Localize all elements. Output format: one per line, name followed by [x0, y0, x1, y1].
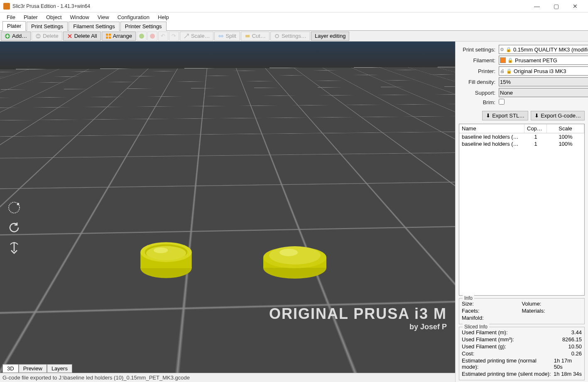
- app-icon: [3, 3, 10, 10]
- svg-point-15: [154, 247, 168, 253]
- rotate-cw-icon: ↷: [172, 33, 176, 39]
- rotate-ccw-icon: ↶: [161, 33, 165, 39]
- svg-rect-5: [109, 37, 111, 39]
- svg-rect-3: [109, 34, 111, 36]
- cut-button[interactable]: Cut…: [241, 32, 270, 41]
- statusbar: G-code file exported to J:\baseline led …: [0, 373, 455, 382]
- gear-icon: ⚙: [500, 47, 504, 52]
- status-text: G-code file exported to J:\baseline led …: [2, 375, 190, 381]
- svg-point-20: [279, 249, 298, 256]
- view-tabs: 3D Preview Layers: [2, 364, 72, 373]
- side-panel: Print settings: ⚙🔒0.15mm QUALITY MK3 (mo…: [455, 42, 588, 382]
- rotate-cw-button[interactable]: ↷: [169, 32, 179, 41]
- list-item[interactable]: baseline led holders (… 1 100%: [459, 140, 584, 147]
- view-tab-3d[interactable]: 3D: [2, 364, 19, 373]
- tab-printer-settings[interactable]: Printer Settings: [120, 22, 167, 31]
- svg-rect-2: [106, 34, 108, 36]
- scale-button[interactable]: Scale…: [180, 32, 214, 41]
- printer-icon: 🖨: [500, 69, 505, 73]
- inc-button[interactable]: [137, 32, 147, 41]
- delete-all-icon: [67, 33, 73, 39]
- arrange-button[interactable]: Arrange: [102, 32, 136, 41]
- fill-density-combo[interactable]: 15%▾: [499, 77, 588, 86]
- main-tabs: Plater Print Settings Filament Settings …: [0, 22, 588, 31]
- support-combo[interactable]: None▾: [499, 88, 588, 97]
- tab-print-settings[interactable]: Print Settings: [27, 22, 68, 31]
- sliced-info-group: Sliced Info Used Filament (m):3.44 Used …: [459, 327, 585, 380]
- arrange-icon: [105, 33, 111, 39]
- label-fill-density: Fill density:: [459, 79, 496, 85]
- col-name[interactable]: Name: [459, 124, 524, 133]
- export-gcode-button[interactable]: ⬇Export G-code…: [531, 111, 585, 120]
- menu-view[interactable]: View: [93, 13, 113, 21]
- dec-button[interactable]: [147, 32, 157, 41]
- split-icon: [218, 33, 224, 39]
- cut-icon: [245, 33, 250, 39]
- window-title: Slic3r Prusa Edition - 1.41.3+win64: [12, 3, 527, 9]
- split-button[interactable]: Split: [214, 32, 240, 41]
- view-controls: [6, 199, 22, 256]
- printer-combo[interactable]: 🖨🔒Original Prusa i3 MK3▾: [499, 66, 588, 76]
- svg-point-7: [221, 35, 223, 37]
- tilt-icon[interactable]: [6, 239, 22, 256]
- menu-window[interactable]: Window: [66, 13, 93, 21]
- label-filament: Filament:: [459, 57, 496, 64]
- export-icon: ⬇: [486, 113, 490, 119]
- menu-plater[interactable]: Plater: [20, 13, 42, 21]
- label-print-settings: Print settings:: [459, 47, 496, 53]
- add-icon: [5, 33, 10, 39]
- lock-icon: 🔒: [506, 69, 512, 74]
- label-printer: Printer:: [459, 68, 496, 74]
- rotate-ccw-button[interactable]: ↶: [158, 32, 168, 41]
- menu-file[interactable]: File: [2, 13, 20, 21]
- minus-icon: [150, 34, 155, 39]
- delete-icon: [35, 33, 41, 39]
- toolbar: Add… Delete Delete All Arrange ↶ ↷ Scale…: [0, 31, 588, 42]
- tab-plater[interactable]: Plater: [2, 21, 26, 31]
- print-settings-combo[interactable]: ⚙🔒0.15mm QUALITY MK3 (modifie▾: [499, 45, 588, 54]
- menu-configuration[interactable]: Configuration: [113, 13, 154, 21]
- undo-view-icon[interactable]: [6, 219, 22, 236]
- svg-point-19: [269, 246, 321, 264]
- scale-icon: [184, 33, 189, 39]
- delete-all-button[interactable]: Delete All: [63, 32, 101, 41]
- objects-list[interactable]: Name Cop… Scale baseline led holders (… …: [459, 124, 585, 296]
- layer-editing-button[interactable]: Layer editing: [311, 32, 349, 41]
- delete-button[interactable]: Delete: [32, 32, 62, 41]
- col-copies[interactable]: Cop…: [524, 124, 547, 133]
- svg-point-14: [146, 246, 186, 260]
- plus-icon: [139, 34, 144, 39]
- col-scale[interactable]: Scale: [547, 124, 584, 133]
- tab-filament-settings[interactable]: Filament Settings: [69, 22, 119, 31]
- export-stl-button[interactable]: ⬇Export STL…: [482, 111, 528, 120]
- settings-button[interactable]: Settings…: [270, 32, 310, 41]
- view-tab-layers[interactable]: Layers: [47, 364, 72, 373]
- model-object-2[interactable]: [262, 233, 328, 282]
- add-button[interactable]: Add…: [1, 32, 31, 41]
- titlebar: Slic3r Prusa Edition - 1.41.3+win64 — ▢ …: [0, 0, 588, 12]
- svg-point-9: [275, 34, 279, 38]
- list-item[interactable]: baseline led holders (… 1 100%: [459, 133, 584, 140]
- filament-color-swatch: [500, 57, 506, 63]
- maximize-button[interactable]: ▢: [546, 0, 566, 12]
- viewport-3d[interactable]: ORIGINAL PRUSA i3 M by Josef P 3D Previe…: [0, 42, 455, 373]
- lock-icon: 🔒: [506, 47, 512, 52]
- info-legend: Info: [463, 295, 474, 301]
- sliced-info-legend: Sliced Info: [463, 324, 489, 330]
- bed-watermark: ORIGINAL PRUSA i3 M by Josef P: [269, 305, 447, 331]
- close-button[interactable]: ✕: [566, 0, 585, 12]
- lock-icon: 🔒: [507, 58, 513, 63]
- model-object-1[interactable]: [133, 233, 199, 282]
- info-group: Info Size: Volume: Facets: Materials: Ma…: [459, 298, 585, 324]
- menu-help[interactable]: Help: [154, 13, 173, 21]
- filament-combo[interactable]: 🔒Prusament PETG▾: [499, 56, 588, 65]
- svg-rect-4: [106, 37, 108, 39]
- menubar: File Plater Object Window View Configura…: [0, 12, 588, 22]
- menu-object[interactable]: Object: [42, 13, 66, 21]
- svg-rect-8: [245, 35, 250, 37]
- orbit-icon[interactable]: [6, 199, 22, 216]
- view-tab-preview[interactable]: Preview: [19, 364, 47, 373]
- minimize-button[interactable]: —: [527, 0, 546, 12]
- brim-checkbox[interactable]: [499, 99, 505, 105]
- svg-point-6: [218, 35, 221, 37]
